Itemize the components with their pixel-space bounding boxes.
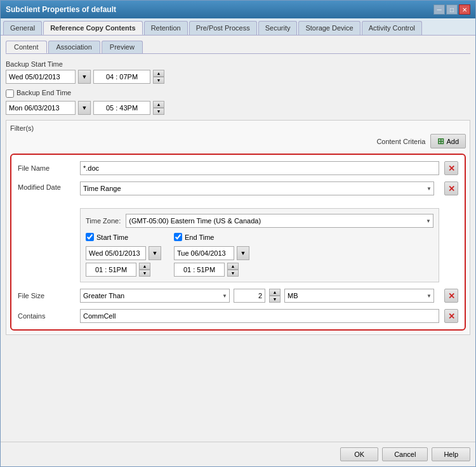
start-date-dropdown[interactable]: ▼	[149, 246, 161, 260]
filesize-spin-down[interactable]: ▼	[269, 296, 281, 303]
backup-end-time-row: ▼ ▲ ▼	[6, 101, 470, 115]
start-date-input[interactable]	[86, 246, 146, 260]
filter-entry-contains: Contains ✕	[18, 309, 458, 323]
start-time-checkbox[interactable]	[86, 233, 94, 241]
end-time-input[interactable]	[174, 263, 225, 277]
backup-start-date-input[interactable]	[6, 70, 76, 84]
filters-section: Filter(s) Content Criteria ⊞ Add File Na…	[6, 120, 470, 335]
end-time-col: End Time ▼	[174, 233, 249, 277]
sub-tab-content[interactable]: Content	[6, 41, 47, 53]
end-time-spinner: ▲ ▼	[227, 263, 239, 277]
contains-remove-button[interactable]: ✕	[444, 309, 458, 323]
backup-start-time-group: Backup Start Time ▼ ▲ ▼	[6, 60, 470, 84]
start-date-row: ▼	[86, 246, 161, 260]
start-time-spin-up[interactable]: ▲	[139, 263, 150, 270]
end-time-spin-up[interactable]: ▲	[227, 263, 239, 270]
end-time-checkbox-row: End Time	[174, 233, 249, 241]
filter-entry-filesize: File Size Greater Than Less Than Equal T…	[18, 289, 458, 303]
backup-end-time-checkbox-row: Backup End Time	[6, 89, 470, 98]
filesize-controls: Greater Than Less Than Equal To ▲ ▼	[80, 289, 434, 303]
filename-input[interactable]	[80, 161, 439, 175]
filename-remove-button[interactable]: ✕	[444, 161, 458, 175]
filesize-value-input[interactable]	[234, 289, 265, 303]
filename-label: File Name	[18, 164, 75, 172]
filesize-remove-button[interactable]: ✕	[444, 289, 458, 303]
filesize-spinner: ▲ ▼	[269, 289, 281, 303]
start-time-col: Start Time ▼	[86, 233, 161, 277]
end-time-row: ▲ ▼	[174, 263, 249, 277]
start-time-spin-down[interactable]: ▼	[139, 270, 150, 277]
start-time-input[interactable]	[86, 263, 136, 277]
add-button-label: Add	[446, 138, 459, 145]
backup-end-time-group: Backup End Time ▼ ▲ ▼	[6, 89, 470, 115]
filesize-spin-up[interactable]: ▲	[269, 289, 281, 296]
tab-storage-device[interactable]: Storage Device	[298, 21, 360, 35]
time-range-details: Time Zone: (GMT-05:00) Eastern Time (US …	[80, 208, 439, 282]
backup-end-date-dropdown[interactable]: ▼	[78, 101, 91, 115]
backup-start-time-row: ▼ ▲ ▼	[6, 70, 470, 84]
minimize-button[interactable]: ─	[433, 4, 445, 15]
filesize-type-select[interactable]: Greater Than Less Than Equal To	[80, 289, 230, 303]
filename-remove-icon: ✕	[448, 164, 455, 173]
filesize-remove-icon: ✕	[448, 291, 455, 301]
sub-tab-bar: Content Association Preview	[6, 41, 470, 54]
sub-tab-association[interactable]: Association	[48, 41, 100, 53]
time-range-subsection: Time Zone: (GMT-05:00) Eastern Time (US …	[80, 204, 439, 282]
start-time-row: ▲ ▼	[86, 263, 161, 277]
filter-entries-container: File Name ✕ Modified Date Time Range Any	[10, 154, 466, 331]
backup-start-time-input[interactable]	[93, 70, 150, 84]
contains-label: Contains	[18, 312, 75, 320]
add-icon: ⊞	[437, 136, 444, 146]
end-date-row: ▼	[174, 246, 249, 260]
modified-date-select[interactable]: Time Range Any Today Yesterday	[80, 181, 434, 195]
close-button[interactable]: ✕	[459, 4, 470, 15]
help-button[interactable]: Help	[432, 447, 470, 461]
modified-date-remove-icon: ✕	[448, 184, 455, 194]
content-criteria-row: Content Criteria ⊞ Add	[10, 134, 466, 148]
ok-button[interactable]: OK	[340, 447, 378, 461]
start-time-spinner: ▲ ▼	[139, 263, 150, 277]
end-date-dropdown[interactable]: ▼	[237, 246, 249, 260]
tab-retention[interactable]: Retention	[144, 21, 188, 35]
content-criteria-label: Content Criteria	[376, 138, 425, 145]
backup-end-time-spin-up[interactable]: ▲	[153, 101, 164, 108]
backup-end-time-checkbox[interactable]	[6, 89, 14, 98]
contains-remove-icon: ✕	[448, 312, 455, 321]
tab-security[interactable]: Security	[258, 21, 298, 35]
start-time-label: Start Time	[96, 234, 128, 241]
backup-start-date-dropdown[interactable]: ▼	[78, 70, 91, 84]
modified-date-remove-button[interactable]: ✕	[444, 181, 458, 195]
filesize-label: File Size	[18, 292, 75, 299]
tab-general[interactable]: General	[3, 21, 42, 35]
tab-activity-control[interactable]: Activity Control	[362, 21, 422, 35]
title-bar: Subclient Properties of default ─ □ ✕	[1, 1, 475, 18]
filter-entry-modified-date: Modified Date Time Range Any Today Yeste…	[18, 181, 458, 282]
timezone-select[interactable]: (GMT-05:00) Eastern Time (US & Canada)	[126, 214, 433, 228]
modified-date-label: Modified Date	[18, 181, 75, 191]
end-time-checkbox[interactable]	[174, 233, 182, 241]
filter-entry-filename: File Name ✕	[18, 161, 458, 175]
filters-label: Filter(s)	[10, 124, 466, 132]
tab-prepost-process[interactable]: Pre/Post Process	[189, 21, 257, 35]
backup-end-time-spin-down[interactable]: ▼	[153, 108, 164, 115]
timezone-row: Time Zone: (GMT-05:00) Eastern Time (US …	[86, 214, 433, 228]
contains-input[interactable]	[80, 309, 439, 323]
backup-end-time-spinner: ▲ ▼	[153, 101, 164, 115]
backup-start-time-spin-down[interactable]: ▼	[153, 77, 164, 84]
filesize-unit-select[interactable]: MB KB GB	[284, 289, 434, 303]
cancel-button[interactable]: Cancel	[382, 447, 428, 461]
backup-end-date-input[interactable]	[6, 101, 76, 115]
sub-tab-preview[interactable]: Preview	[102, 41, 143, 53]
end-date-input[interactable]	[174, 246, 234, 260]
backup-start-time-spin-up[interactable]: ▲	[153, 70, 164, 77]
backup-end-time-label: Backup End Time	[17, 89, 71, 96]
maximize-button[interactable]: □	[446, 4, 458, 15]
start-end-row: Start Time ▼	[86, 233, 433, 277]
start-time-checkbox-row: Start Time	[86, 233, 161, 241]
bottom-bar: OK Cancel Help	[1, 442, 475, 466]
add-button[interactable]: ⊞ Add	[430, 134, 466, 148]
tab-reference-copy-contents[interactable]: Reference Copy Contents	[43, 21, 142, 35]
end-time-spin-down[interactable]: ▼	[227, 270, 239, 277]
timezone-label: Time Zone:	[86, 217, 121, 225]
backup-end-time-input[interactable]	[93, 101, 150, 115]
